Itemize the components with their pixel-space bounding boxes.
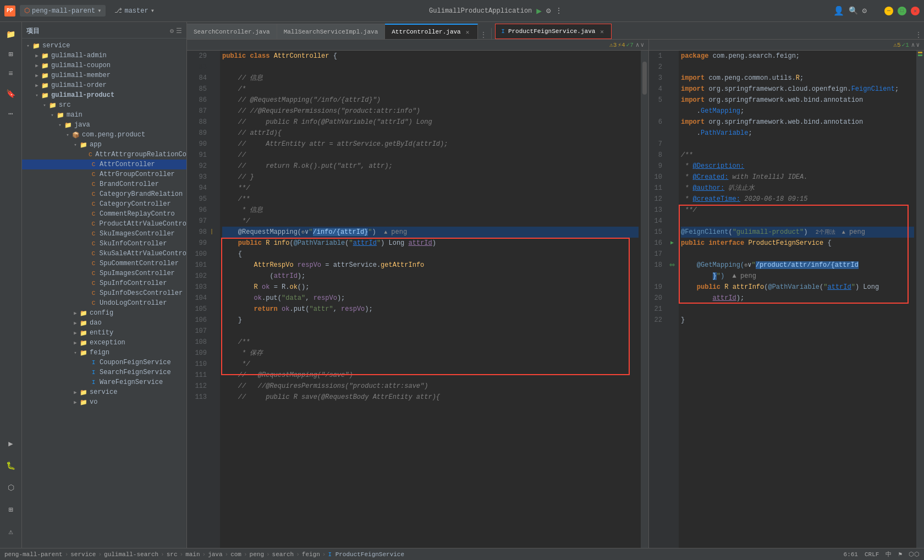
sidebar-icon-debug[interactable]: 🐛 xyxy=(2,457,20,474)
tree-item-warefeignservice[interactable]: I WareFeignService xyxy=(22,377,186,387)
gear-icon[interactable]: ⚙ xyxy=(862,6,867,15)
tab-label: SearchController.java xyxy=(194,29,270,35)
breadcrumb-sep: › xyxy=(161,551,164,558)
interface-icon: I xyxy=(89,358,98,367)
close-button[interactable]: ✕ xyxy=(911,7,920,15)
sidebar-icon-terminal[interactable]: ⊞ xyxy=(2,501,20,518)
sidebar-icon-run[interactable]: ▶ xyxy=(2,435,20,452)
left-scrollbar[interactable] xyxy=(641,51,648,548)
run-icon[interactable]: ▶ xyxy=(536,6,542,17)
interface-icon: I xyxy=(89,368,98,377)
tree-item-productattrvalue[interactable]: C ProductAttrValueContro xyxy=(22,219,186,229)
scrollbar-marker-ok xyxy=(918,54,922,56)
tab-close-icon[interactable]: ✕ xyxy=(464,28,471,36)
settings-icon[interactable]: ⚙ xyxy=(546,6,551,15)
nav-down-r[interactable]: ∨ xyxy=(916,41,920,48)
hint-icon[interactable]: ⊕⊕ xyxy=(666,260,679,271)
tree-item-coupon[interactable]: ▶ 📁 gulimall-coupon xyxy=(22,61,186,70)
restore-button[interactable]: □ xyxy=(898,7,906,15)
tab-more-btn[interactable]: ⋮ xyxy=(478,31,489,39)
project-selector[interactable]: ⬡ peng-mall-parent ▾ xyxy=(20,5,106,17)
tree-item-commentreplay[interactable]: C CommentReplayContro xyxy=(22,209,186,219)
tab-extra-btn[interactable]: ⋮ xyxy=(913,31,924,39)
tree-item-skuinfo[interactable]: C SkuInfoController xyxy=(22,239,186,249)
tree-item-order[interactable]: ▶ 📁 gulimall-order xyxy=(22,80,186,90)
tree-item-exception[interactable]: ▶ 📁 exception xyxy=(22,338,186,348)
tree-item-attrcontroller[interactable]: C AttrController xyxy=(22,160,186,169)
status-bar: peng-mall-parent › service › gulimall-se… xyxy=(0,548,924,560)
tree-item-spuimages[interactable]: C SpuImagesController xyxy=(22,268,186,278)
search-icon[interactable]: 🔍 xyxy=(849,6,858,15)
person-icon[interactable]: 👤 xyxy=(833,6,844,17)
tree-item-config[interactable]: ▶ 📁 config xyxy=(22,308,186,318)
tree-item-feign[interactable]: ▾ 📁 feign xyxy=(22,348,186,358)
tree-item-spuinfodesc[interactable]: C SpuInfoDescController xyxy=(22,288,186,298)
tree-item-spuinfo[interactable]: C SpuInfoController xyxy=(22,278,186,288)
tree-item-spucomment[interactable]: C SpuCommentController xyxy=(22,259,186,268)
left-icon-gutter: | xyxy=(210,51,220,548)
tree-label-member: gulimall-member xyxy=(51,72,111,79)
tree-item-service[interactable]: ▾ 📁 service xyxy=(22,41,186,51)
folder-arrow: ▶ xyxy=(33,53,41,59)
sidebar-icon-vcs[interactable]: ⊞ xyxy=(2,45,20,63)
tab-productfeignservice[interactable]: I ProductFeignService.java ✕ xyxy=(495,24,612,39)
tree-item-undolog[interactable]: C UndoLogController xyxy=(22,298,186,308)
tree-item-categorybrand[interactable]: C CategoryBrandRelation xyxy=(22,189,186,199)
right-code-content[interactable]: package com.peng.search.feign; import co… xyxy=(679,51,916,548)
scrollbar-thumb[interactable] xyxy=(642,62,647,95)
nav-up[interactable]: ∧ xyxy=(636,41,640,48)
left-code-content[interactable]: public class AttrController { // 信息 /* /… xyxy=(220,51,641,548)
right-scrollbar[interactable] xyxy=(916,51,924,548)
tree-item-member[interactable]: ▶ 📁 gulimall-member xyxy=(22,70,186,80)
folder-icon: 📁 xyxy=(79,328,88,337)
branch-selector[interactable]: ⎇ master ▾ xyxy=(110,5,158,17)
tree-item-admin[interactable]: ▶ 📁 gulimall-admin xyxy=(22,51,186,61)
tab-searchcontroller[interactable]: SearchController.java xyxy=(187,24,277,39)
tree-item-attrgroupcontroller[interactable]: C AttrGroupController xyxy=(22,169,186,179)
java-icon: C xyxy=(89,210,98,218)
folder-icon: 📁 xyxy=(41,51,50,60)
folder-icon: 📁 xyxy=(41,71,50,80)
tree-gear-icon[interactable]: ⚙ xyxy=(170,27,174,35)
tree-item-app[interactable]: ▾ 📁 app xyxy=(22,140,186,150)
tree-item-couponfeignservice[interactable]: I CouponFeignService xyxy=(22,358,186,367)
tree-item-entity[interactable]: ▶ 📁 entity xyxy=(22,328,186,338)
tree-item-main[interactable]: ▾ 📁 main xyxy=(22,110,186,120)
sidebar-icon-project[interactable]: 📁 xyxy=(2,25,20,43)
tab-mallsearch[interactable]: MallSearchServiceImpl.java xyxy=(277,24,386,39)
folder-arrow: ▾ xyxy=(41,102,48,108)
java-icon: C xyxy=(89,249,98,258)
nav-down[interactable]: ∨ xyxy=(640,41,644,48)
nav-up-r[interactable]: ∧ xyxy=(911,41,915,48)
tree-item-searchfeignservice[interactable]: I SearchFeignService xyxy=(22,367,186,377)
tab-close-icon[interactable]: ✕ xyxy=(598,28,606,36)
folder-arrow: ▾ xyxy=(24,43,32,49)
tree-item-skusaleattrvalue[interactable]: C SkuSaleAttrValueContro xyxy=(22,249,186,259)
tree-label-service-folder: service xyxy=(90,388,117,396)
tree-item-java[interactable]: ▾ 📁 java xyxy=(22,120,186,130)
sidebar-icon-structure[interactable]: ≡ xyxy=(2,65,20,83)
tab-label: AttrController.java xyxy=(392,29,460,35)
tree-item-skuimages[interactable]: C SkuImagesController xyxy=(22,229,186,239)
tab-attrcontroller[interactable]: AttrController.java ✕ xyxy=(385,24,478,39)
tree-item-src[interactable]: ▾ 📁 src xyxy=(22,100,186,110)
tree-item-product[interactable]: ▾ 📁 gulimall-product xyxy=(22,90,186,100)
tree-item-attrattrgroup[interactable]: C AttrAttrgroupRelationCo xyxy=(22,150,186,160)
run-gutter-icon[interactable]: ▶ xyxy=(666,238,679,249)
tree-item-package[interactable]: ▾ 📦 com.peng.product xyxy=(22,130,186,140)
tree-item-vo[interactable]: ▶ 📁 vo xyxy=(22,397,186,407)
sidebar-icon-more[interactable]: ⋯ xyxy=(2,105,20,122)
tree-collapse-icon[interactable]: ☰ xyxy=(176,27,182,35)
sidebar-icon-bookmarks[interactable]: 🔖 xyxy=(2,85,20,102)
tab-label: ProductFeignService.java xyxy=(508,28,595,35)
tree-item-categorycontroller[interactable]: C CategoryController xyxy=(22,199,186,209)
tree-item-service-folder[interactable]: ▶ 📁 service xyxy=(22,387,186,397)
tree-item-dao[interactable]: ▶ 📁 dao xyxy=(22,318,186,328)
tree-item-brandcontroller[interactable]: C BrandController xyxy=(22,179,186,189)
sidebar-icon-git[interactable]: ⬡ xyxy=(2,479,20,496)
sidebar-icon-problems[interactable]: ⚠ xyxy=(2,523,20,540)
more-icon[interactable]: ⋮ xyxy=(555,6,563,15)
minimize-button[interactable]: — xyxy=(884,7,893,15)
folder-arrow: ▶ xyxy=(72,399,79,405)
folder-icon: 📁 xyxy=(64,120,73,129)
